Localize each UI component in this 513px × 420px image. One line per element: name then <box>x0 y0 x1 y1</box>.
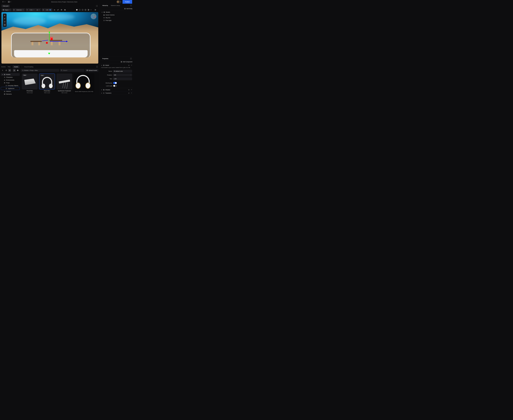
svg-rect-63 <box>104 90 104 90</box>
settings-icon[interactable] <box>8 69 11 72</box>
props-icon <box>4 82 5 83</box>
component-transform[interactable]: Transform <box>100 91 133 95</box>
project-breadcrumb[interactable]: Electronics Demo Project / Electronics S… <box>13 1 116 3</box>
gizmo-down-arrow[interactable] <box>48 53 50 55</box>
gizmo-handle[interactable] <box>51 38 53 40</box>
back-icon[interactable] <box>1 69 4 72</box>
svg-point-22 <box>76 9 77 11</box>
assets-breadcrumb[interactable]: Models > Props > Misc <box>21 69 59 72</box>
add-component-button[interactable]: Add Component <box>121 61 132 63</box>
selection-dropdown[interactable]: Selection <box>15 9 25 11</box>
shading-solid-icon[interactable] <box>76 9 78 11</box>
close-icon[interactable] <box>128 89 130 90</box>
transform-space-dropdown[interactable]: Object <box>2 9 11 11</box>
publish-button[interactable]: Publish <box>123 0 132 4</box>
drag-handle-icon[interactable] <box>131 65 132 66</box>
fullscreen-icon[interactable] <box>130 57 132 60</box>
rotation-input[interactable] <box>113 74 132 76</box>
user-menu[interactable] <box>116 0 122 3</box>
text-input[interactable] <box>113 77 132 80</box>
snap-angle-dropdown[interactable]: 10 <box>36 9 41 11</box>
list-view-icon[interactable] <box>13 69 16 72</box>
shading-wire-icon[interactable] <box>79 9 81 11</box>
drag-handle-icon[interactable] <box>131 92 132 94</box>
chevron-down-icon <box>33 9 34 10</box>
close-icon[interactable] <box>128 65 130 66</box>
gizmo-y-axis[interactable] <box>49 32 50 41</box>
drag-handle-icon[interactable] <box>131 89 132 90</box>
shading-world-icon[interactable] <box>84 9 86 11</box>
layout-menu[interactable] <box>7 1 12 3</box>
svg-point-11 <box>43 10 43 10</box>
tab-assets[interactable]: Assets <box>13 65 20 68</box>
add-entity-button[interactable]: Add Entity <box>124 8 132 9</box>
upload-assets-button[interactable]: Upload Assets <box>85 69 99 72</box>
grid-view-icon[interactable] <box>16 69 19 72</box>
play-button[interactable] <box>94 8 97 11</box>
tree-props[interactable]: Props <box>1 82 20 84</box>
chevron-down-icon <box>101 92 102 94</box>
tree-characters[interactable]: Characters <box>1 76 20 79</box>
tree-appliances[interactable]: Appliances <box>1 87 20 90</box>
viewport-tab[interactable]: View port <box>1 5 10 8</box>
snap-icon[interactable] <box>26 8 29 11</box>
gizmo-x-axis[interactable] <box>50 41 67 42</box>
tab-files[interactable]: Files <box>8 65 10 68</box>
hierarchy-item-models[interactable]: Models <box>100 11 133 14</box>
chevron-down-icon <box>101 12 103 13</box>
chevron-down-icon[interactable] <box>90 9 92 11</box>
svg-point-46 <box>4 77 5 77</box>
asset-card[interactable]: New Pencil Box FBX & GLB <box>22 74 38 94</box>
svg-point-32 <box>5 25 5 26</box>
shading-modes <box>76 8 98 11</box>
tree-models[interactable]: Models <box>1 73 20 76</box>
shading-render-icon[interactable] <box>87 9 89 11</box>
grid-icon[interactable] <box>42 8 45 11</box>
pivot-icon[interactable] <box>13 8 15 11</box>
hierarchy-item-light[interactable]: Point light <box>100 19 133 22</box>
shading-mat-icon[interactable] <box>82 9 84 11</box>
svg-point-31 <box>4 25 4 26</box>
fullscreen-icon[interactable] <box>95 5 98 8</box>
chevron-down-icon <box>38 9 40 10</box>
hierarchy-item-skybox[interactable]: Sky box <box>100 16 133 19</box>
asset-card[interactable]: New Pencil Box FBX & GLB <box>39 74 55 94</box>
assets-search[interactable] <box>60 69 84 72</box>
tree-elements[interactable]: Elements <box>1 93 20 95</box>
tab-visual-scripting[interactable]: Visual Scripting <box>24 65 33 68</box>
bounds-tool[interactable] <box>3 23 6 26</box>
component-shadow[interactable]: Shadow <box>100 88 133 91</box>
tree-environments[interactable]: Environments <box>1 79 20 82</box>
refresh-tool[interactable] <box>3 20 6 23</box>
tab-scenes[interactable]: Scenes <box>1 65 6 68</box>
tree-everyday[interactable]: Everyday Objects <box>1 84 20 87</box>
axis-widget[interactable] <box>91 14 96 19</box>
ruler-icon[interactable] <box>57 8 59 11</box>
tab-properties[interactable]: Properties <box>101 57 110 60</box>
hierarchy-item-camera[interactable]: Scene Camera <box>100 14 133 16</box>
pen-tool[interactable] <box>3 17 6 20</box>
refresh-icon[interactable] <box>5 69 8 72</box>
tab-material-library[interactable]: Material Library <box>109 4 122 7</box>
app-menu[interactable] <box>1 0 6 3</box>
snap-distance-dropdown[interactable]: 0.5m <box>29 9 36 11</box>
select-tool[interactable] <box>3 14 6 17</box>
value-input[interactable]: 0.00m <box>45 9 52 11</box>
search-input[interactable] <box>63 70 84 71</box>
svg-point-23 <box>79 9 80 11</box>
close-icon[interactable] <box>128 92 130 94</box>
asset-card[interactable]: Synthesizer Keyboard FBX & GLB <box>56 74 72 94</box>
lockscale-toggle[interactable] <box>113 85 117 87</box>
chevron-down-icon[interactable] <box>101 65 102 66</box>
tab-hierarchy[interactable]: Hierarchy <box>101 4 109 7</box>
name-input[interactable] <box>113 70 132 73</box>
svg-point-8 <box>43 9 43 9</box>
viewport-canvas[interactable] <box>1 12 98 64</box>
orbit-icon[interactable] <box>53 8 56 11</box>
tree-interiors[interactable]: Interiors <box>1 90 20 93</box>
wireframes-toggle[interactable] <box>113 82 117 84</box>
overlay-icon[interactable] <box>60 8 63 11</box>
fullscreen-icon[interactable] <box>130 4 132 7</box>
camera-icon[interactable] <box>63 8 66 11</box>
fullscreen-icon[interactable] <box>96 65 99 68</box>
